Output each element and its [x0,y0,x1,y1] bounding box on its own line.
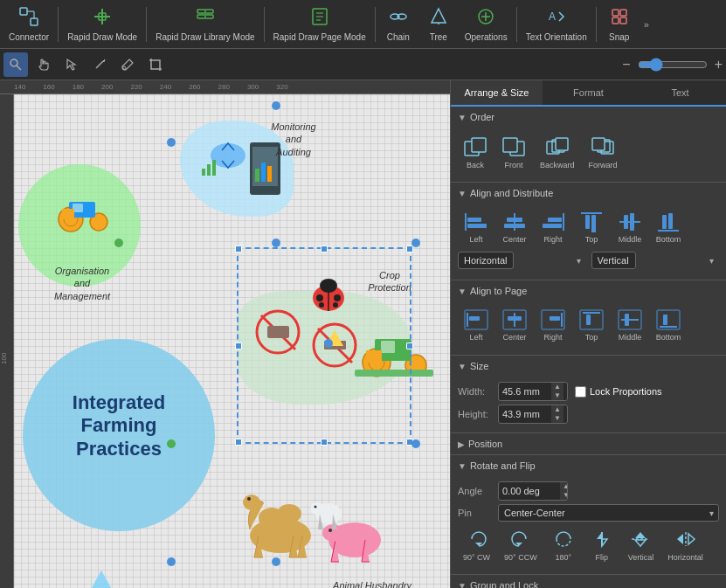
svg-rect-118 [508,316,522,321]
more-button[interactable]: » [640,16,653,33]
align-middle-btn[interactable]: Middle [612,209,648,246]
vertical-select[interactable]: Vertical [591,252,636,269]
size-header[interactable]: ▼ Size [451,356,726,377]
toolbar-rapid-draw-page[interactable]: Rapid Draw Page Mode [268,3,371,45]
order-forward-icon [591,136,615,159]
align-left-label: Left [469,235,482,244]
height-spin-down[interactable]: ▼ [551,414,564,423]
toolbar-text-orientation[interactable]: A Text Orientation [521,3,592,45]
canvas-content[interactable]: IntegratedFarmingPractices [14,94,450,588]
angle-input[interactable] [499,483,560,499]
atp-middle-icon [618,309,642,332]
width-spin-up[interactable]: ▲ [551,383,564,391]
svg-rect-43 [261,163,266,182]
zoom-slider[interactable] [638,58,708,72]
order-content: Back Front Backward [451,128,726,182]
tool-crop[interactable] [143,52,168,77]
toolbar-rapid-draw-lib[interactable]: Rapid Draw Library Mode [150,3,259,45]
atp-center-btn[interactable]: Center [496,307,533,344]
toolbar-divider-1 [58,7,59,42]
tool-brush[interactable] [115,52,140,77]
toolbar-rapid-draw[interactable]: Rapid Draw Mode [62,3,142,45]
connector-label: Connector [9,32,49,42]
lock-proportions-checkbox[interactable] [575,386,586,398]
toolbar-operations[interactable]: Operations [460,3,513,45]
pin-select[interactable]: Center-Center [498,504,719,522]
align-top-btn[interactable]: Top [573,209,610,246]
tractor2 [350,317,438,378]
tool-pen[interactable] [87,52,112,77]
atp-bottom-btn[interactable]: Bottom [650,307,687,344]
atp-bottom-label: Bottom [656,333,681,342]
svg-rect-109 [630,213,634,231]
tool-search[interactable] [3,52,28,77]
rotate-180-btn[interactable]: 180° [546,525,581,565]
height-spin-up[interactable]: ▲ [551,405,564,414]
tab-format[interactable]: Format [543,80,634,107]
align-middle-label: Middle [619,235,642,244]
rotate-header[interactable]: ▼ Rotate and Flip [451,455,726,476]
group-lock-title: Group and Lock [470,580,538,588]
rotate-cw90-btn[interactable]: 90° CW [458,525,495,565]
align-right-btn[interactable]: Right [535,209,571,246]
zoom-minus-button[interactable]: − [622,57,630,73]
align-title: Align and Distribute [470,188,553,198]
svg-marker-18 [432,9,446,23]
angle-spin-down[interactable]: ▼ [560,491,568,500]
align-page-content: Left Center Right [451,301,726,355]
toolbar-divider-4 [375,7,376,42]
order-forward-btn[interactable]: Forward [584,133,623,173]
svg-rect-96 [467,218,481,222]
align-page-collapse: ▼ [458,287,467,296]
toolbar-tree[interactable]: Tree [419,3,458,45]
align-bottom-btn[interactable]: Bottom [650,209,687,246]
align-left-btn[interactable]: Left [458,209,494,246]
height-input[interactable] [499,406,551,422]
zoom-plus-button[interactable]: + [715,57,723,73]
conn-point-3 [272,239,280,247]
flip-vertical-btn[interactable]: Vertical [623,525,660,565]
horizontal-select[interactable]: Horizontal [458,252,514,269]
conn-point-4 [411,239,420,247]
atp-left-btn[interactable]: Left [458,307,494,344]
tool-hand[interactable] [31,52,56,77]
toolbar-snap[interactable]: Snap [600,3,639,45]
flip-horizontal-btn[interactable]: Horizontal [662,525,709,565]
tab-text[interactable]: Text [634,80,726,107]
svg-rect-121 [550,316,560,321]
toolbar-connector[interactable]: Connector [3,3,54,45]
align-center-btn[interactable]: Center [496,209,533,246]
order-forward-label: Forward [589,161,618,169]
toolbar-chain[interactable]: Chain [379,3,418,45]
svg-point-71 [277,504,301,523]
rotate-ccw90-btn[interactable]: 90° CCW [499,525,543,565]
svg-rect-47 [212,160,216,176]
angle-spin-up[interactable]: ▲ [560,482,568,491]
svg-point-53 [319,302,324,308]
align-left-icon [464,211,488,234]
width-spin-down[interactable]: ▼ [551,391,564,400]
align-header[interactable]: ▼ Align and Distribute [451,183,726,204]
atp-middle-btn[interactable]: Middle [612,307,648,344]
tab-arrange-size[interactable]: Arrange & Size [451,80,543,107]
flip-btn[interactable]: Flip [584,525,619,565]
order-back-btn[interactable]: Back [458,133,493,173]
atp-top-btn[interactable]: Top [573,307,610,344]
order-backward-btn[interactable]: Backward [535,133,580,173]
sub-toolbar: − + [0,49,726,80]
width-label: Width: [458,386,493,397]
position-header[interactable]: ▶ Position [451,433,726,454]
order-front-btn[interactable]: Front [496,133,531,173]
order-header[interactable]: ▼ Order [451,107,726,128]
atp-right-btn[interactable]: Right [535,307,571,344]
tool-pointer[interactable] [59,52,84,77]
svg-marker-136 [635,532,646,538]
width-input[interactable] [499,384,551,399]
section-group-lock: ▼ Group and Lock Group UnGroup [451,575,726,588]
section-align-page: ▼ Align to Page Left Center [451,280,726,356]
group-lock-header[interactable]: ▼ Group and Lock [451,575,726,588]
align-page-header[interactable]: ▼ Align to Page [451,280,726,301]
svg-rect-108 [624,215,628,229]
chain-label: Chain [387,32,410,42]
svg-rect-1 [31,18,38,25]
